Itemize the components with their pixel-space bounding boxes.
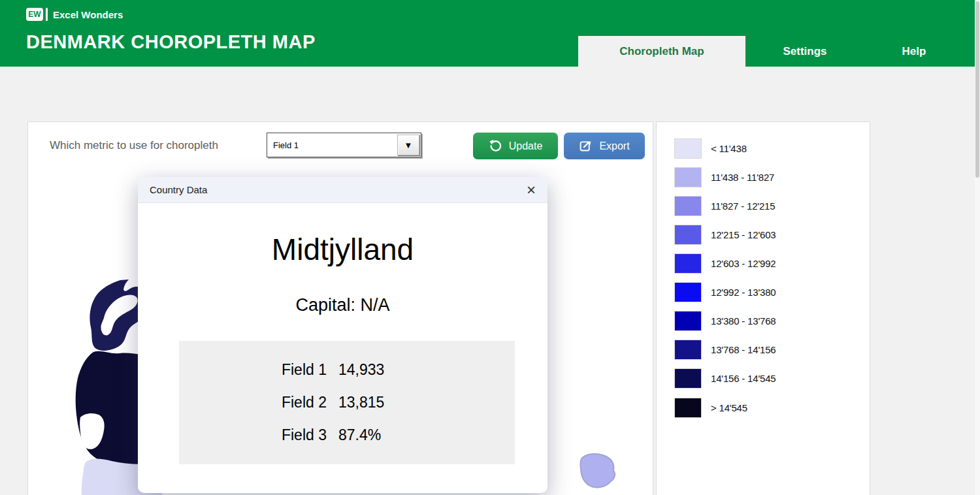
legend-label: 13'768 - 14'156 xyxy=(711,344,776,355)
legend-label: > 14'545 xyxy=(711,402,747,413)
legend-label: 12'603 - 12'992 xyxy=(711,258,776,269)
vertical-scrollbar[interactable] xyxy=(975,0,980,495)
field-label: Field 3 xyxy=(179,426,327,444)
dropdown-arrow-button[interactable]: ▼ xyxy=(397,135,419,155)
tab-label: Choropleth Map xyxy=(619,45,704,58)
brand-name: Excel Wonders xyxy=(53,9,123,20)
legend-item: 11'438 - 11'827 xyxy=(674,167,774,187)
legend-item: 12'215 - 12'603 xyxy=(674,225,776,245)
legend-label: 14'156 - 14'545 xyxy=(711,373,776,384)
legend-swatch xyxy=(674,282,702,302)
map-region-bornholm[interactable] xyxy=(580,454,615,487)
legend-item: > 14'545 xyxy=(674,398,747,418)
field-value: 14,933 xyxy=(338,361,469,379)
tab-label: Help xyxy=(902,45,926,58)
metric-label: Which metric to use for choropleth xyxy=(50,139,218,152)
field-row: Field 1 14,933 xyxy=(179,353,515,386)
page: { "brand": { "logo_text": "EW", "name": … xyxy=(0,0,980,495)
field-label: Field 2 xyxy=(179,394,327,411)
app-header: EW Excel Wonders DENMARK CHOROPLETH MAP … xyxy=(0,0,980,67)
legend-swatch xyxy=(674,196,702,216)
field-label: Field 1 xyxy=(179,361,327,379)
chevron-down-icon: ▼ xyxy=(404,140,413,150)
tab-choropleth-map[interactable]: Choropleth Map xyxy=(578,36,745,67)
legend-swatch xyxy=(674,225,702,245)
update-button[interactable]: Update xyxy=(473,133,558,159)
region-name-heading: Midtjylland xyxy=(138,232,547,267)
update-button-label: Update xyxy=(509,140,543,152)
capital-line: Capital: N/A xyxy=(138,295,547,315)
field-row: Field 3 87.4% xyxy=(179,419,515,451)
legend-item: 12'603 - 12'992 xyxy=(674,253,776,274)
legend-label: 11'438 - 11'827 xyxy=(711,172,774,183)
legend-swatch xyxy=(674,340,702,360)
legend-swatch xyxy=(674,311,702,331)
legend-item: 13'380 - 13'768 xyxy=(674,311,776,331)
capital-label: Capital: xyxy=(295,295,355,315)
export-button[interactable]: Export xyxy=(564,133,645,159)
legend-item: 11'827 - 12'215 xyxy=(674,196,775,216)
excel-wonders-logo-icon: EW xyxy=(26,8,43,21)
logo-bar xyxy=(46,8,48,21)
legend-panel: < 11'438 11'438 - 11'827 11'827 - 12'215… xyxy=(656,121,870,495)
close-icon[interactable]: × xyxy=(527,182,536,198)
brand: EW Excel Wonders xyxy=(26,8,123,21)
page-title: DENMARK CHOROPLETH MAP xyxy=(26,31,316,53)
legend-item: < 11'438 xyxy=(674,138,747,159)
legend-item: 13'768 - 14'156 xyxy=(674,340,776,360)
capital-value: N/A xyxy=(361,295,390,315)
metric-dropdown[interactable]: Field 1 ▼ xyxy=(267,133,421,157)
refresh-icon xyxy=(489,139,502,153)
scrollbar-thumb[interactable] xyxy=(975,1,979,178)
legend-swatch xyxy=(674,138,702,159)
legend-swatch xyxy=(674,398,702,418)
legend-label: < 11'438 xyxy=(711,143,747,154)
legend-swatch xyxy=(674,167,702,187)
legend-item: 14'156 - 14'545 xyxy=(674,368,776,389)
export-button-label: Export xyxy=(599,140,629,152)
dialog-title: Country Data xyxy=(150,184,527,195)
tab-settings[interactable]: Settings xyxy=(745,36,864,67)
field-value: 13,815 xyxy=(338,394,469,411)
legend-label: 11'827 - 12'215 xyxy=(711,200,775,212)
tab-label: Settings xyxy=(783,45,826,58)
tab-help[interactable]: Help xyxy=(864,36,964,67)
legend-label: 13'380 - 13'768 xyxy=(711,315,776,327)
dialog-titlebar[interactable]: Country Data × xyxy=(138,177,547,203)
legend-label: 12'992 - 13'380 xyxy=(711,287,776,298)
country-data-dialog: Country Data × Midtjylland Capital: N/A … xyxy=(138,177,547,493)
legend-swatch xyxy=(674,253,702,274)
metric-dropdown-value: Field 1 xyxy=(267,140,396,150)
legend-label: 12'215 - 12'603 xyxy=(711,229,776,240)
field-row: Field 2 13,815 xyxy=(179,386,515,419)
legend-swatch xyxy=(674,368,702,389)
tab-bar: Choropleth Map Settings Help xyxy=(578,36,964,67)
legend-item: 12'992 - 13'380 xyxy=(674,282,776,302)
export-icon xyxy=(579,139,593,153)
fields-box: Field 1 14,933 Field 2 13,815 Field 3 87… xyxy=(179,341,515,464)
field-value: 87.4% xyxy=(338,426,469,444)
